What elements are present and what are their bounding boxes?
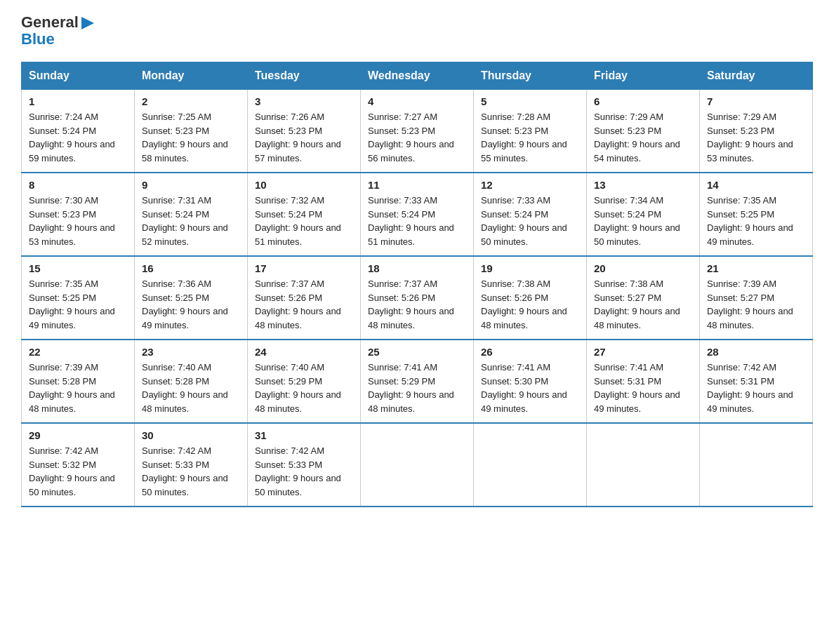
- sunset-label: Sunset: 5:24 PM: [29, 126, 96, 136]
- calendar-cell: 30 Sunrise: 7:42 AM Sunset: 5:33 PM Dayl…: [135, 423, 248, 507]
- calendar-cell: 21 Sunrise: 7:39 AM Sunset: 5:27 PM Dayl…: [700, 256, 813, 340]
- day-number: 26: [481, 346, 579, 358]
- sunset-label: Sunset: 5:23 PM: [255, 126, 322, 136]
- day-info: Sunrise: 7:24 AM Sunset: 5:24 PM Dayligh…: [29, 110, 127, 165]
- sunset-label: Sunset: 5:28 PM: [142, 376, 209, 387]
- daylight-label: Daylight: 9 hours and 49 minutes.: [707, 389, 793, 414]
- sunrise-label: Sunrise: 7:37 AM: [368, 279, 437, 289]
- sunrise-label: Sunrise: 7:31 AM: [142, 195, 211, 206]
- sunset-label: Sunset: 5:23 PM: [29, 209, 96, 220]
- day-number: 28: [707, 346, 805, 358]
- daylight-label: Daylight: 9 hours and 50 minutes.: [481, 222, 567, 247]
- daylight-label: Daylight: 9 hours and 54 minutes.: [594, 139, 680, 163]
- calendar-cell: 11 Sunrise: 7:33 AM Sunset: 5:24 PM Dayl…: [361, 173, 474, 256]
- logo-blue-word: Blue: [21, 30, 55, 48]
- sunset-label: Sunset: 5:23 PM: [142, 126, 209, 136]
- day-info: Sunrise: 7:40 AM Sunset: 5:29 PM Dayligh…: [255, 361, 353, 415]
- day-number: 5: [481, 95, 579, 107]
- calendar-cell: 7 Sunrise: 7:29 AM Sunset: 5:23 PM Dayli…: [700, 90, 813, 173]
- day-info: Sunrise: 7:33 AM Sunset: 5:24 PM Dayligh…: [481, 194, 579, 248]
- week-row-1: 1 Sunrise: 7:24 AM Sunset: 5:24 PM Dayli…: [22, 90, 813, 173]
- day-number: 19: [481, 262, 579, 274]
- daylight-label: Daylight: 9 hours and 48 minutes.: [142, 389, 228, 414]
- day-number: 9: [142, 179, 240, 191]
- logo-arrow-icon: [80, 15, 95, 31]
- sunrise-label: Sunrise: 7:28 AM: [481, 112, 550, 122]
- daylight-label: Daylight: 9 hours and 48 minutes.: [255, 389, 341, 414]
- calendar-cell: 2 Sunrise: 7:25 AM Sunset: 5:23 PM Dayli…: [135, 90, 248, 173]
- calendar-cell: 29 Sunrise: 7:42 AM Sunset: 5:32 PM Dayl…: [22, 423, 135, 507]
- sunrise-label: Sunrise: 7:42 AM: [29, 445, 98, 456]
- day-info: Sunrise: 7:42 AM Sunset: 5:33 PM Dayligh…: [255, 444, 353, 499]
- sunset-label: Sunset: 5:23 PM: [368, 126, 435, 136]
- weekday-row: SundayMondayTuesdayWednesdayThursdayFrid…: [22, 62, 813, 90]
- day-number: 6: [594, 95, 692, 107]
- day-info: Sunrise: 7:40 AM Sunset: 5:28 PM Dayligh…: [142, 361, 240, 415]
- day-info: Sunrise: 7:37 AM Sunset: 5:26 PM Dayligh…: [255, 277, 353, 332]
- daylight-label: Daylight: 9 hours and 59 minutes.: [29, 139, 115, 163]
- day-number: 30: [142, 429, 240, 441]
- sunset-label: Sunset: 5:25 PM: [29, 293, 96, 303]
- day-number: 3: [255, 95, 353, 107]
- daylight-label: Daylight: 9 hours and 49 minutes.: [142, 306, 228, 330]
- day-info: Sunrise: 7:36 AM Sunset: 5:25 PM Dayligh…: [142, 277, 240, 332]
- sunrise-label: Sunrise: 7:38 AM: [594, 279, 663, 289]
- day-info: Sunrise: 7:26 AM Sunset: 5:23 PM Dayligh…: [255, 110, 353, 165]
- weekday-header-saturday: Saturday: [700, 62, 813, 90]
- daylight-label: Daylight: 9 hours and 53 minutes.: [29, 222, 115, 247]
- day-info: Sunrise: 7:35 AM Sunset: 5:25 PM Dayligh…: [707, 194, 805, 248]
- day-number: 23: [142, 346, 240, 358]
- sunset-label: Sunset: 5:28 PM: [29, 376, 96, 387]
- weekday-header-tuesday: Tuesday: [248, 62, 361, 90]
- day-info: Sunrise: 7:25 AM Sunset: 5:23 PM Dayligh…: [142, 110, 240, 165]
- daylight-label: Daylight: 9 hours and 55 minutes.: [481, 139, 567, 163]
- day-info: Sunrise: 7:30 AM Sunset: 5:23 PM Dayligh…: [29, 194, 127, 248]
- daylight-label: Daylight: 9 hours and 52 minutes.: [142, 222, 228, 247]
- daylight-label: Daylight: 9 hours and 49 minutes.: [707, 222, 793, 247]
- sunrise-label: Sunrise: 7:39 AM: [707, 279, 776, 289]
- sunrise-label: Sunrise: 7:27 AM: [368, 112, 437, 122]
- calendar-cell: 18 Sunrise: 7:37 AM Sunset: 5:26 PM Dayl…: [361, 256, 474, 340]
- daylight-label: Daylight: 9 hours and 51 minutes.: [255, 222, 341, 247]
- day-info: Sunrise: 7:41 AM Sunset: 5:30 PM Dayligh…: [481, 361, 579, 415]
- calendar-header: SundayMondayTuesdayWednesdayThursdayFrid…: [22, 62, 813, 90]
- day-number: 4: [368, 95, 466, 107]
- sunrise-label: Sunrise: 7:40 AM: [255, 362, 324, 373]
- day-number: 7: [707, 95, 805, 107]
- sunset-label: Sunset: 5:24 PM: [368, 209, 435, 220]
- day-number: 18: [368, 262, 466, 274]
- day-info: Sunrise: 7:37 AM Sunset: 5:26 PM Dayligh…: [368, 277, 466, 332]
- day-info: Sunrise: 7:38 AM Sunset: 5:27 PM Dayligh…: [594, 277, 692, 332]
- weekday-header-sunday: Sunday: [22, 62, 135, 90]
- sunrise-label: Sunrise: 7:35 AM: [707, 195, 776, 206]
- calendar-cell: [474, 423, 587, 507]
- calendar-cell: 9 Sunrise: 7:31 AM Sunset: 5:24 PM Dayli…: [135, 173, 248, 256]
- sunrise-label: Sunrise: 7:32 AM: [255, 195, 324, 206]
- sunrise-label: Sunrise: 7:24 AM: [29, 112, 98, 122]
- calendar-cell: 28 Sunrise: 7:42 AM Sunset: 5:31 PM Dayl…: [700, 340, 813, 423]
- sunset-label: Sunset: 5:29 PM: [255, 376, 322, 387]
- day-number: 29: [29, 429, 127, 441]
- week-row-4: 22 Sunrise: 7:39 AM Sunset: 5:28 PM Dayl…: [22, 340, 813, 423]
- day-info: Sunrise: 7:31 AM Sunset: 5:24 PM Dayligh…: [142, 194, 240, 248]
- calendar-cell: 8 Sunrise: 7:30 AM Sunset: 5:23 PM Dayli…: [22, 173, 135, 256]
- day-info: Sunrise: 7:34 AM Sunset: 5:24 PM Dayligh…: [594, 194, 692, 248]
- sunset-label: Sunset: 5:25 PM: [707, 209, 774, 220]
- sunset-label: Sunset: 5:30 PM: [481, 376, 548, 387]
- weekday-header-wednesday: Wednesday: [361, 62, 474, 90]
- calendar-cell: 24 Sunrise: 7:40 AM Sunset: 5:29 PM Dayl…: [248, 340, 361, 423]
- calendar-cell: 14 Sunrise: 7:35 AM Sunset: 5:25 PM Dayl…: [700, 173, 813, 256]
- calendar-cell: [700, 423, 813, 507]
- calendar-cell: 15 Sunrise: 7:35 AM Sunset: 5:25 PM Dayl…: [22, 256, 135, 340]
- sunrise-label: Sunrise: 7:29 AM: [594, 112, 663, 122]
- daylight-label: Daylight: 9 hours and 48 minutes.: [29, 389, 115, 414]
- day-info: Sunrise: 7:33 AM Sunset: 5:24 PM Dayligh…: [368, 194, 466, 248]
- sunset-label: Sunset: 5:31 PM: [707, 376, 774, 387]
- sunrise-label: Sunrise: 7:41 AM: [594, 362, 663, 373]
- page-header: GeneralBlue: [21, 14, 813, 48]
- calendar-cell: 23 Sunrise: 7:40 AM Sunset: 5:28 PM Dayl…: [135, 340, 248, 423]
- day-info: Sunrise: 7:42 AM Sunset: 5:32 PM Dayligh…: [29, 444, 127, 499]
- daylight-label: Daylight: 9 hours and 58 minutes.: [142, 139, 228, 163]
- day-number: 24: [255, 346, 353, 358]
- sunrise-label: Sunrise: 7:30 AM: [29, 195, 98, 206]
